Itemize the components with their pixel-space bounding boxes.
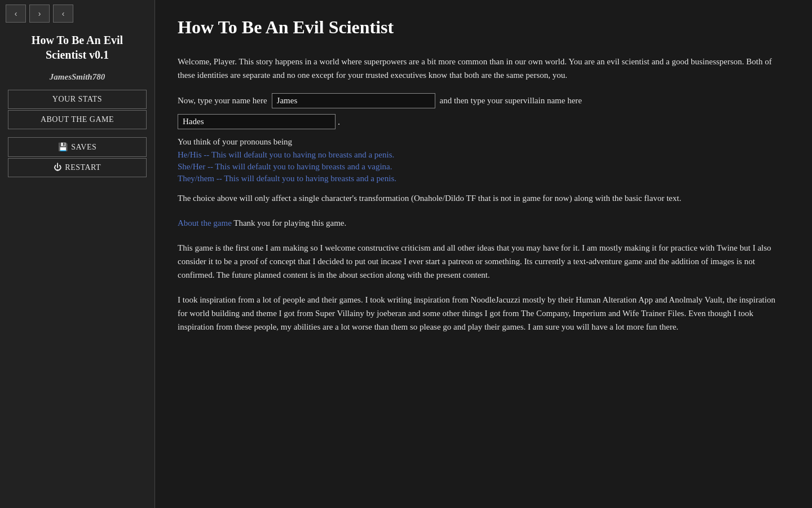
pronoun-they-them[interactable]: They/them -- This will default you to ha… xyxy=(178,174,784,183)
pronouns-prompt: You think of your pronouns being xyxy=(178,137,784,147)
villain-suffix-label: and then type your supervillain name her… xyxy=(440,96,582,106)
villain-name-row: . xyxy=(178,114,784,129)
sidebar-nav-buttons: ‹ › ‹ xyxy=(0,0,155,27)
pronoun-she-her[interactable]: She/Her -- This will default you to havi… xyxy=(178,162,784,172)
sidebar-item-your-stats[interactable]: YOUR STATS xyxy=(8,90,147,109)
about-game-link[interactable]: About the game xyxy=(178,218,232,227)
choice-note: The choice above will only affect a sing… xyxy=(178,191,784,205)
pronoun-he-his[interactable]: He/His -- This will default you to havin… xyxy=(178,150,784,160)
restart-button[interactable]: ⏻ RESTART xyxy=(8,158,147,177)
about-link-suffix: Thank you for playing this game. xyxy=(232,218,346,227)
villain-input[interactable] xyxy=(178,114,336,129)
game-title: How To Be An Evil Scientist v0.1 xyxy=(0,27,155,68)
forward-button[interactable]: › xyxy=(29,5,50,23)
close-button[interactable]: ‹ xyxy=(53,5,73,23)
sidebar-actions: 💾 SAVES ⏻ RESTART xyxy=(8,137,147,177)
name-input-row: Now, type your name here and then type y… xyxy=(178,93,784,108)
about-paragraph-1: This game is the first one I am making s… xyxy=(178,241,784,282)
name-prompt-label: Now, type your name here xyxy=(178,96,267,106)
pronouns-section: You think of your pronouns being He/His … xyxy=(178,137,784,183)
saves-icon: 💾 xyxy=(58,142,68,152)
sidebar-menu: YOUR STATS ABOUT THE GAME xyxy=(8,90,147,129)
back-button[interactable]: ‹ xyxy=(6,5,26,23)
restart-icon: ⏻ xyxy=(54,163,62,172)
intro-paragraph: Welcome, Player. This story happens in a… xyxy=(178,55,784,82)
saves-label: SAVES xyxy=(71,143,96,152)
name-input[interactable] xyxy=(272,93,435,108)
restart-label: RESTART xyxy=(65,163,101,172)
main-content: How To Be An Evil Scientist Welcome, Pla… xyxy=(155,0,812,508)
sidebar: ‹ › ‹ How To Be An Evil Scientist v0.1 J… xyxy=(0,0,155,508)
about-link-paragraph: About the game Thank you for playing thi… xyxy=(178,216,784,230)
about-paragraph-2: I took inspiration from a lot of people … xyxy=(178,293,784,334)
villain-period: . xyxy=(338,117,340,127)
page-title: How To Be An Evil Scientist xyxy=(178,17,784,38)
saves-button[interactable]: 💾 SAVES xyxy=(8,137,147,157)
sidebar-item-about-the-game[interactable]: ABOUT THE GAME xyxy=(8,110,147,129)
username: JamesSmith780 xyxy=(44,68,111,90)
